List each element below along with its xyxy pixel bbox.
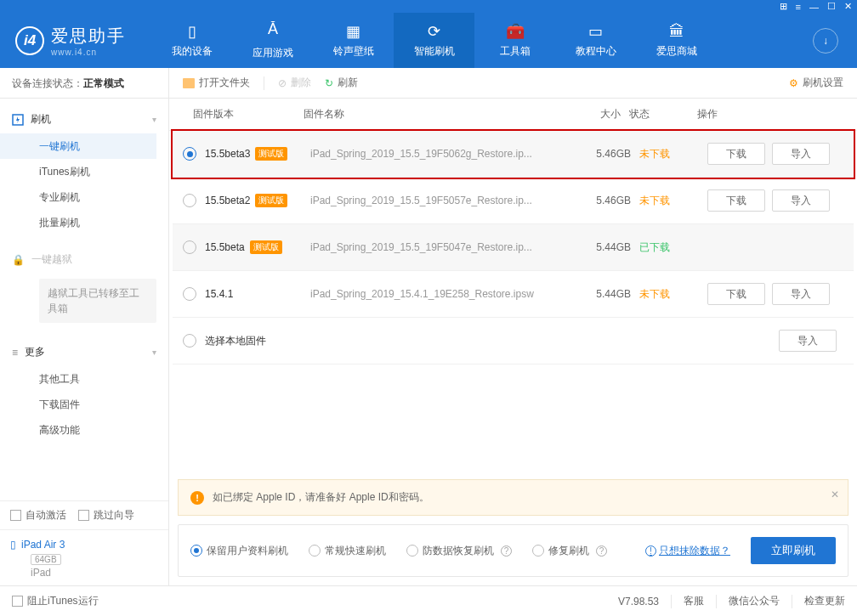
- app-header: i4 爱思助手 www.i4.cn ▯ 我的设备 Ă 应用游戏 ▦ 铃声壁纸 ⟳…: [0, 13, 857, 68]
- download-button[interactable]: 下载: [707, 283, 765, 305]
- sidebar-item-pro-flash[interactable]: 专业刷机: [0, 184, 156, 210]
- import-button[interactable]: 导入: [772, 143, 830, 165]
- import-button[interactable]: 导入: [772, 189, 830, 212]
- firmware-size: 5.44GB: [571, 288, 639, 300]
- svg-text:Ă: Ă: [267, 21, 277, 37]
- device-icon: ▯: [188, 22, 196, 41]
- option-keep-data[interactable]: 保留用户资料刷机: [190, 544, 288, 558]
- toolbox-icon: 🧰: [506, 22, 525, 41]
- grid-icon[interactable]: ⊞: [780, 1, 787, 12]
- download-button[interactable]: 下载: [707, 189, 765, 212]
- flash-now-button[interactable]: 立即刷机: [751, 537, 836, 564]
- firmware-row[interactable]: 选择本地固件 导入: [173, 318, 854, 365]
- nav-my-device[interactable]: ▯ 我的设备: [151, 13, 232, 68]
- firmware-size: 5.46GB: [571, 195, 639, 206]
- help-icon[interactable]: ?: [596, 545, 607, 557]
- nav-store[interactable]: 🏛 爱思商城: [636, 13, 717, 68]
- app-domain: www.i4.cn: [51, 48, 126, 57]
- status-bar: 阻止iTunes运行 V7.98.53 客服 微信公众号 检查更新: [0, 585, 857, 616]
- sidebar-item-download-firmware[interactable]: 下载固件: [0, 392, 156, 417]
- row-radio[interactable]: [183, 147, 196, 161]
- firmware-status: 未下载: [639, 148, 670, 160]
- flash-action-bar: 保留用户资料刷机 常规快速刷机 防数据恢复刷机? 修复刷机? !只想抹除数据？ …: [178, 524, 848, 577]
- only-erase-link[interactable]: !只想抹除数据？: [643, 544, 730, 558]
- firmware-version: 选择本地固件: [205, 334, 266, 348]
- firmware-filename: iPad_Spring_2019_15.5_19F5057e_Restore.i…: [310, 195, 571, 206]
- gear-icon: ⚙: [789, 77, 798, 89]
- book-icon: ▭: [588, 22, 603, 41]
- info-icon: !: [190, 491, 204, 505]
- minimize-icon[interactable]: —: [809, 2, 819, 12]
- device-name-row[interactable]: ▯ iPad Air 3: [10, 539, 158, 551]
- delete-button[interactable]: ⊘ 删除: [278, 76, 311, 90]
- firmware-row[interactable]: 15.5beta2测试版 iPad_Spring_2019_15.5_19F50…: [173, 178, 854, 224]
- sidebar-item-oneclick-flash[interactable]: 一键刷机: [0, 133, 156, 159]
- maximize-icon[interactable]: ☐: [827, 1, 836, 12]
- sidebar: 设备连接状态：正常模式 刷机 ▾ 一键刷机 iTunes刷机 专业刷机 批量刷机…: [0, 68, 169, 585]
- sidebar-head-more[interactable]: ≡ 更多 ▾: [0, 338, 168, 366]
- option-anti-recovery[interactable]: 防数据恢复刷机?: [406, 544, 512, 558]
- sidebar-item-batch-flash[interactable]: 批量刷机: [0, 210, 156, 235]
- logo-text: 爱思助手 www.i4.cn: [51, 25, 126, 57]
- jailbreak-note: 越狱工具已转移至工具箱: [39, 279, 156, 323]
- row-radio[interactable]: [183, 194, 196, 207]
- music-icon: ▦: [346, 22, 360, 41]
- row-radio[interactable]: [183, 240, 196, 254]
- notice-bar: ! 如已绑定 Apple ID，请准备好 Apple ID和密码。 ✕: [178, 479, 848, 516]
- connection-status: 设备连接状态：正常模式: [0, 68, 168, 99]
- sidebar-item-advanced[interactable]: 高级功能: [0, 417, 156, 443]
- flash-icon: [12, 114, 24, 126]
- sidebar-item-itunes-flash[interactable]: iTunes刷机: [0, 159, 156, 184]
- firmware-status: 已下载: [639, 241, 670, 253]
- row-radio[interactable]: [183, 287, 196, 301]
- help-icon[interactable]: ?: [501, 545, 512, 557]
- top-nav: ▯ 我的设备 Ă 应用游戏 ▦ 铃声壁纸 ⟳ 智能刷机 🧰 工具箱 ▭ 教程中心…: [151, 13, 717, 68]
- option-repair-flash[interactable]: 修复刷机?: [532, 544, 607, 558]
- firmware-row[interactable]: 15.4.1 iPad_Spring_2019_15.4.1_19E258_Re…: [173, 271, 854, 318]
- nav-apps-games[interactable]: Ă 应用游戏: [232, 13, 313, 68]
- firmware-version: 15.5beta2: [205, 195, 250, 206]
- block-itunes-checkbox[interactable]: 阻止iTunes运行: [12, 594, 99, 608]
- skip-guide-checkbox[interactable]: 跳过向导: [78, 508, 134, 523]
- firmware-row[interactable]: 15.5beta3测试版 iPad_Spring_2019_15.5_19F50…: [173, 131, 854, 178]
- nav-toolbox[interactable]: 🧰 工具箱: [474, 13, 555, 68]
- nav-tutorials[interactable]: ▭ 教程中心: [555, 13, 636, 68]
- firmware-version: 15.5beta3: [205, 148, 250, 160]
- download-circle-button[interactable]: ↓: [813, 28, 838, 54]
- refresh-button[interactable]: ↻ 刷新: [325, 76, 358, 90]
- open-folder-button[interactable]: 打开文件夹: [183, 76, 250, 90]
- more-icon: ≡: [12, 347, 18, 359]
- firmware-version: 15.5beta: [205, 241, 245, 253]
- download-button[interactable]: 下载: [707, 143, 765, 165]
- logo-area: i4 爱思助手 www.i4.cn: [15, 25, 126, 57]
- close-icon[interactable]: ✕: [844, 1, 852, 12]
- chevron-down-icon: ▾: [152, 115, 156, 124]
- firmware-filename: iPad_Spring_2019_15.5_19F5062g_Restore.i…: [310, 148, 571, 160]
- auto-activate-checkbox[interactable]: 自动激活: [10, 508, 66, 523]
- option-quick-flash[interactable]: 常规快速刷机: [309, 544, 386, 558]
- folder-icon: [183, 78, 195, 88]
- row-radio[interactable]: [183, 334, 196, 348]
- import-button[interactable]: 导入: [772, 283, 830, 305]
- wechat-link[interactable]: 微信公众号: [729, 594, 780, 608]
- sidebar-head-jailbreak[interactable]: 🔒 一键越狱: [0, 246, 168, 274]
- check-update-link[interactable]: 检查更新: [804, 594, 845, 608]
- menu-icon[interactable]: ≡: [796, 2, 801, 12]
- table-header: 固件版本 固件名称 大小 状态 操作: [169, 99, 857, 131]
- firmware-row[interactable]: 15.5beta测试版 iPad_Spring_2019_15.5_19F504…: [173, 224, 854, 271]
- nav-smart-flash[interactable]: ⟳ 智能刷机: [394, 13, 474, 68]
- sidebar-head-flash[interactable]: 刷机 ▾: [0, 105, 168, 133]
- flash-settings-button[interactable]: ⚙ 刷机设置: [789, 76, 843, 90]
- nav-ringtones[interactable]: ▦ 铃声壁纸: [313, 13, 394, 68]
- toolbar: 打开文件夹 ⊘ 删除 ↻ 刷新 ⚙ 刷机设置: [169, 68, 857, 99]
- refresh-icon: ⟳: [428, 22, 440, 41]
- notice-text: 如已绑定 Apple ID，请准备好 Apple ID和密码。: [213, 490, 429, 505]
- store-icon: 🏛: [669, 23, 684, 41]
- delete-icon: ⊘: [278, 77, 287, 89]
- firmware-size: 5.46GB: [571, 148, 639, 160]
- notice-close-button[interactable]: ✕: [831, 489, 839, 500]
- apps-icon: Ă: [264, 21, 281, 42]
- support-link[interactable]: 客服: [684, 594, 704, 608]
- import-button[interactable]: 导入: [779, 330, 837, 352]
- sidebar-item-other-tools[interactable]: 其他工具: [0, 366, 156, 392]
